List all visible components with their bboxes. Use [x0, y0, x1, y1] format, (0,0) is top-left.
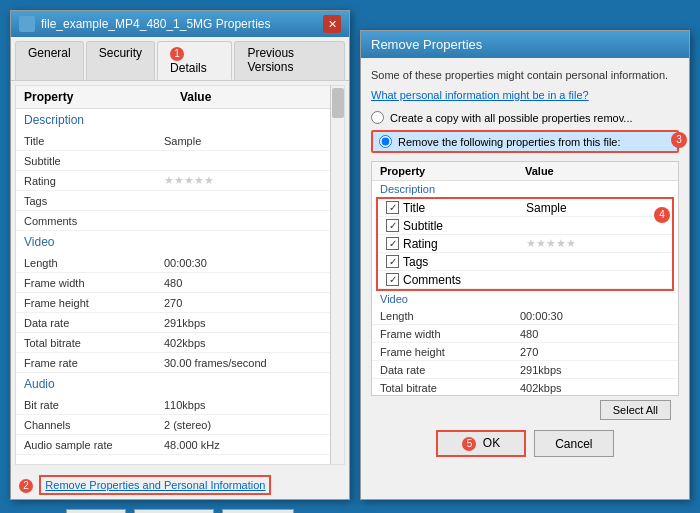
prop-row-data-rate: Data rate 291kbps — [16, 313, 344, 333]
tab-security[interactable]: Security — [86, 41, 155, 80]
checkbox-comments: Comments — [386, 273, 526, 287]
right-panel-buttons: 5 OK Cancel — [371, 424, 679, 463]
checkbox-title-label: Title — [403, 201, 425, 215]
prop-row-title: Title Sample — [16, 131, 344, 151]
cancel-button-right[interactable]: Cancel — [534, 430, 613, 457]
checkbox-comments-label: Comments — [403, 273, 461, 287]
bottom-link-area: 2 Remove Properties and Personal Informa… — [11, 469, 349, 501]
table-header: Property Value — [16, 86, 344, 109]
col-property: Property — [24, 90, 180, 104]
prop-name-frame-height: Frame height — [24, 297, 164, 309]
inner-prop-title: Title Sample — [378, 199, 672, 217]
remove-properties-link[interactable]: Remove Properties and Personal Informati… — [39, 475, 271, 495]
ok-button-left[interactable]: OK — [66, 509, 126, 513]
left-titlebar: file_example_MP4_480_1_5MG Properties ✕ — [11, 11, 349, 37]
prop-name-channels: Channels — [24, 419, 164, 431]
tab-general[interactable]: General — [15, 41, 84, 80]
inner-description-label: Description — [372, 181, 678, 197]
select-all-area: Select All — [371, 396, 679, 424]
inner-prop-comments: Comments — [378, 271, 672, 289]
right-remove-properties-window: Remove Properties Some of these properti… — [360, 30, 690, 500]
radio-copy-label: Create a copy with all possible properti… — [390, 112, 633, 124]
inner-prop-length: Length 00:00:30 — [372, 307, 678, 325]
prop-row-audio-sample: Audio sample rate 48.000 kHz — [16, 435, 344, 455]
prop-value-title: Sample — [164, 135, 336, 147]
prop-name-frame-rate: Frame rate — [24, 357, 164, 369]
ok-label-right: OK — [483, 436, 500, 450]
prop-value-total-bitrate: 402kbps — [164, 337, 336, 349]
badge-2: 2 — [19, 479, 33, 493]
close-button[interactable]: ✕ — [323, 15, 341, 33]
prop-row-total-bitrate: Total bitrate 402kbps — [16, 333, 344, 353]
inner-prop-subtitle: Subtitle — [378, 217, 672, 235]
checkbox-tags-box[interactable] — [386, 255, 399, 268]
prop-name-data-rate: Data rate — [24, 317, 164, 329]
prop-name-total-bitrate: Total bitrate — [24, 337, 164, 349]
prop-row-length: Length 00:00:30 — [16, 253, 344, 273]
inner-prop-value-frame-height: 270 — [520, 346, 670, 358]
prop-name-title: Title — [24, 135, 164, 147]
video-section-label: Video — [16, 231, 344, 253]
prop-name-length: Length — [24, 257, 164, 269]
select-all-button[interactable]: Select All — [600, 400, 671, 420]
description-checkbox-group: Title Sample Subtitle Rating ★★★★★ — [376, 197, 674, 291]
inner-col-value: Value — [525, 165, 670, 177]
properties-table: Property Value Description Title Sample … — [15, 85, 345, 465]
radio-option-copy: Create a copy with all possible properti… — [371, 111, 679, 124]
scroll-thumb[interactable] — [332, 88, 344, 118]
checkbox-subtitle-box[interactable] — [386, 219, 399, 232]
inner-prop-value-length: 00:00:30 — [520, 310, 670, 322]
prop-name-bit-rate: Bit rate — [24, 399, 164, 411]
inner-prop-value-frame-width: 480 — [520, 328, 670, 340]
checkbox-tags: Tags — [386, 255, 526, 269]
prop-value-bit-rate: 110kbps — [164, 399, 336, 411]
inner-prop-name-frame-width: Frame width — [380, 328, 520, 340]
checkbox-title-box[interactable] — [386, 201, 399, 214]
inner-col-property: Property — [380, 165, 525, 177]
file-icon — [19, 16, 35, 32]
cancel-button-left[interactable]: Cancel — [134, 509, 213, 513]
prop-value-audio-sample: 48.000 kHz — [164, 439, 336, 451]
prop-value-data-rate: 291kbps — [164, 317, 336, 329]
info-text: Some of these properties might contain p… — [371, 68, 679, 83]
radio-copy[interactable] — [371, 111, 384, 124]
radio-remove-label: Remove the following properties from thi… — [398, 136, 621, 148]
prop-row-tags: Tags — [16, 191, 344, 211]
apply-button-left[interactable]: Apply — [222, 509, 294, 513]
prop-value-channels: 2 (stereo) — [164, 419, 336, 431]
checkbox-rating-box[interactable] — [386, 237, 399, 250]
prop-name-audio-sample: Audio sample rate — [24, 439, 164, 451]
prop-row-rating: Rating ★★★★★ — [16, 171, 344, 191]
radio-group: Create a copy with all possible properti… — [371, 111, 679, 153]
inner-prop-value-total-bitrate: 402kbps — [520, 382, 670, 394]
inner-properties-table: Property Value Description Title Sample … — [371, 161, 679, 396]
radio-remove[interactable] — [379, 135, 392, 148]
inner-prop-value-data-rate: 291kbps — [520, 364, 670, 376]
prop-name-frame-width: Frame width — [24, 277, 164, 289]
tab-previous-versions[interactable]: Previous Versions — [234, 41, 345, 80]
checkbox-comments-box[interactable] — [386, 273, 399, 286]
inner-prop-name-total-bitrate: Total bitrate — [380, 382, 520, 394]
prop-value-rating: ★★★★★ — [164, 174, 336, 187]
prop-value-frame-height: 270 — [164, 297, 336, 309]
radio-option-remove: Remove the following properties from thi… — [371, 130, 679, 153]
inner-prop-total-bitrate: Total bitrate 402kbps — [372, 379, 678, 396]
checkbox-title-value: Sample — [526, 201, 664, 215]
prop-row-frame-height: Frame height 270 — [16, 293, 344, 313]
personal-info-link[interactable]: What personal information might be in a … — [371, 89, 679, 101]
audio-section-label: Audio — [16, 373, 344, 395]
tab-details[interactable]: 1 Details — [157, 41, 232, 80]
prop-name-comments: Comments — [24, 215, 164, 227]
inner-video-label: Video — [372, 291, 678, 307]
prop-name-subtitle: Subtitle — [24, 155, 164, 167]
checkbox-title: Title — [386, 201, 526, 215]
right-panel-title: Remove Properties — [361, 31, 689, 58]
scrollbar[interactable] — [330, 86, 344, 464]
ok-button-right[interactable]: 5 OK — [436, 430, 526, 457]
window-title: file_example_MP4_480_1_5MG Properties — [41, 17, 270, 31]
titlebar-left: file_example_MP4_480_1_5MG Properties — [19, 16, 270, 32]
prop-row-comments: Comments — [16, 211, 344, 231]
prop-row-channels: Channels 2 (stereo) — [16, 415, 344, 435]
badge-5: 5 — [462, 437, 476, 451]
tab-bar: General Security 1 Details Previous Vers… — [11, 37, 349, 81]
